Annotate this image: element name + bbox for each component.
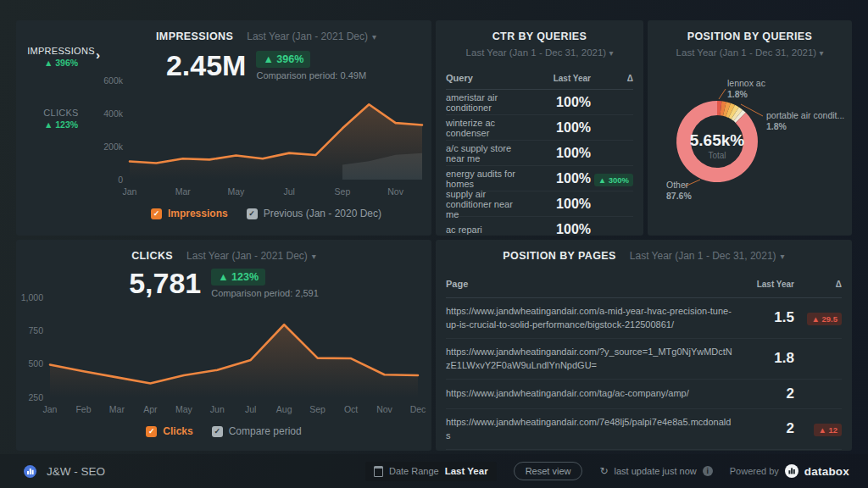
table-row[interactable]: https://www.jandwheatingandair.com/air-c… [446,450,842,452]
date-range-text: Last Year (Jan 1 - Dec 31, 2021) [676,47,817,58]
row-label: ac repari [446,225,528,235]
panel-title: CTR BY QUERIES [492,30,587,42]
footer-bar: J&W - SEO Date Range Last Year Reset vie… [0,454,868,488]
comparison-period: Comparison period: 0.49M [256,70,366,80]
powered-by-label: Powered by [730,466,779,476]
reset-view-button[interactable]: Reset view [514,462,583,480]
chart-legend: ✓Clicks✓Compare period [16,425,431,437]
chevron-down-icon: ▾ [609,48,613,58]
date-range-dropdown[interactable]: Last Year (Jan - 2021 Dec) ▾ [247,30,376,42]
legend-item[interactable]: ✓Clicks [146,425,192,437]
svg-text:Feb: Feb [75,404,91,414]
nav-delta: ▲ 123% [16,119,106,130]
table-row[interactable]: ameristar air conditioner100% [446,90,633,115]
column-header-delta: Δ [591,74,633,83]
row-value: 2 [750,420,794,437]
svg-text:Jul: Jul [245,404,256,414]
pages-table: Page Last Year Δ https://www.jandwheatin… [446,272,842,451]
last-update-text: last update just now [615,466,697,476]
chevron-right-icon[interactable]: › [96,47,100,62]
svg-text:Jul: Jul [283,186,294,197]
svg-text:Jan: Jan [43,404,58,414]
panel-title: IMPRESSIONS [156,30,233,42]
svg-text:Dec: Dec [410,404,426,414]
row-value: 2 [750,385,794,402]
legend-label: Previous (Jan - 2020 Dec) [264,208,381,219]
nav-item-clicks[interactable]: CLICKS ▲ 123% [16,108,106,130]
panel-header: POSITION BY QUERIES [648,30,852,42]
delta-badge: ▲ 29.5 [807,313,842,325]
table-row[interactable]: a/c supply store near me100% [446,141,633,166]
databox-brand: databox [804,465,849,478]
nav-label: IMPRESSIONS [16,46,106,56]
table-row[interactable]: winterize ac condenser100% [446,115,633,141]
date-range-dropdown[interactable]: Last Year (Jan - 2021 Dec) ▾ [186,250,316,262]
column-header-last-year: Last Year [750,280,794,289]
svg-text:Apr: Apr [143,404,158,414]
date-range-value: Last Year [445,466,488,476]
svg-text:250: 250 [28,392,43,402]
last-update-block: ↻ last update just now i [599,465,712,477]
delta-badge: ▲ 396% [256,51,310,68]
nav-item-impressions[interactable]: IMPRESSIONS ▲ 396% [16,46,106,68]
date-range-text: Last Year (Jan 1 - Dec 31, 2021) [466,47,607,58]
legend-item[interactable]: ✓Previous (Jan - 2020 Dec) [247,208,381,219]
table-row[interactable]: https://www.jandwheatingandair.com/7e48l… [446,409,842,450]
legend-item[interactable]: ✓Impressions [151,208,228,219]
row-label: https://www.jandwheatingandair.com/a-mid… [446,304,750,332]
panel-title: POSITION BY QUERIES [687,30,813,42]
row-value: 1.5 [750,309,794,326]
table-row[interactable]: ac repari100% [446,217,633,236]
table-row[interactable]: https://www.jandwheatingandair.com/a-mid… [446,298,842,339]
date-range-dropdown[interactable]: Last Year (Jan 1 - Dec 31, 2021) ▾ [436,47,643,58]
position-donut-chart: lennox ac1.8%portable air condit...1.8%O… [648,59,852,233]
kpi-block: 2.45M ▲ 396% Comparison period: 0.49M [106,51,426,80]
svg-text:1.8%: 1.8% [766,121,787,131]
date-range-dropdown[interactable]: Last Year (Jan 1 - Dec 31, 2021) ▾ [630,250,785,262]
date-range-picker[interactable]: Date Range Last Year [365,462,497,481]
table-row[interactable]: https://www.jandwheatingandair.com/tag/a… [446,380,842,409]
table-body: ameristar air conditioner100%winterize a… [446,90,633,236]
row-label: https://www.jandwheatingandair.com/?y_so… [446,345,750,373]
table-row[interactable]: energy audits for homes100%▲ 300% [446,166,633,191]
workspace-block: J&W - SEO [24,465,105,478]
legend-checkbox[interactable]: ✓ [151,208,162,219]
kpi-value: 5,781 [129,269,201,297]
legend-item[interactable]: ✓Compare period [212,425,302,437]
svg-text:portable air condit...: portable air condit... [766,110,844,120]
svg-text:500: 500 [28,358,43,369]
metric-nav: IMPRESSIONS ▲ 396% CLICKS ▲ 123% [16,20,106,236]
legend-checkbox[interactable]: ✓ [247,208,258,219]
row-value: 100% [528,197,591,212]
row-label: ameristar air conditioner [446,92,528,113]
svg-text:lennox ac: lennox ac [727,78,765,88]
table-row[interactable]: https://www.jandwheatingandair.com/?y_so… [446,339,842,380]
date-range-text: Last Year (Jan - 2021 Dec) [247,30,368,42]
impressions-panel: IMPRESSIONS ▲ 396% CLICKS ▲ 123% › IMPRE… [16,20,431,236]
position-by-pages-panel: POSITION BY PAGES Last Year (Jan 1 - Dec… [436,240,852,451]
legend-checkbox[interactable]: ✓ [212,426,223,437]
delta-badge: ▲ 300% [594,174,633,186]
row-label: winterize ac condenser [446,118,528,138]
table-row[interactable]: supply air conditioner near me100% [446,191,633,217]
workspace-avatar[interactable] [24,465,36,478]
panel-title: POSITION BY PAGES [503,250,615,262]
row-label: https://www.jandwheatingandair.com/7e48l… [446,415,750,443]
refresh-icon[interactable]: ↻ [599,465,608,477]
date-range-dropdown[interactable]: Last Year (Jan 1 - Dec 31, 2021) ▾ [648,47,852,58]
delta-badge: ▲ 123% [211,269,265,286]
ctr-table: Query Last Year Δ ameristar air conditio… [446,68,633,236]
column-header-page: Page [446,277,750,291]
table-header: Query Last Year Δ [446,68,633,90]
date-range-label: Date Range [389,466,439,476]
legend-checkbox[interactable]: ✓ [146,426,157,437]
row-value: 100% [528,171,591,186]
legend-label: Compare period [229,425,302,437]
info-icon[interactable]: i [703,466,713,476]
svg-text:Oct: Oct [344,404,358,414]
row-delta: ▲ 29.5 [794,310,842,325]
calendar-icon [374,466,383,477]
chart-legend: ✓Impressions✓Previous (Jan - 2020 Dec) [106,208,426,219]
comparison-period: Comparison period: 2,591 [211,288,319,298]
legend-label: Clicks [163,425,192,437]
